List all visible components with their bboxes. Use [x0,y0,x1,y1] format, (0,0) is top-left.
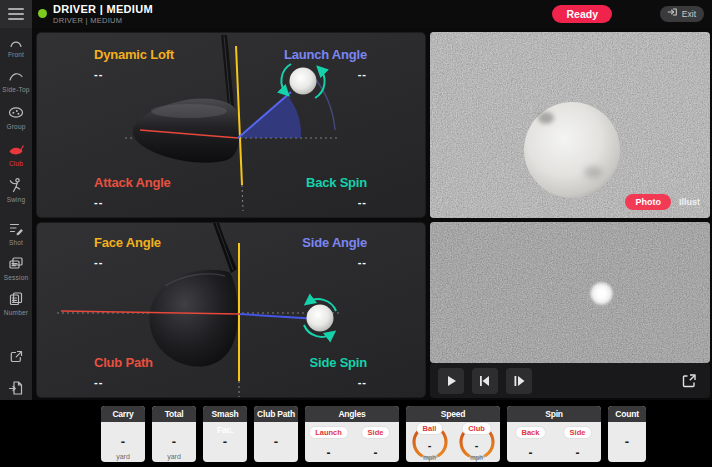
sidebar-item-number[interactable]: Number [0,290,32,316]
metric-back-spin: Back Spin -- [207,175,367,208]
sidebar-item-group[interactable]: Group [0,104,32,130]
session-icon [7,255,25,272]
launch-monitor-app: DRIVER | MEDIUM DRIVER | MEDIUM Ready Ex… [0,0,712,467]
front-view-icon [7,33,25,49]
stat-card-speed: Speed Ball - mph [406,406,500,462]
sidebar-item-side-top[interactable]: Side-Top [0,68,32,93]
metric-side-spin: Side Spin -- [207,355,367,388]
stat-card-count: Count - [608,406,646,462]
stat-header: Carry [101,406,145,422]
group-icon [7,104,25,121]
stat-card-smash-factor: Smash Fac. - [203,406,247,462]
stat-card-angles: Angles Launch - Side - [305,406,399,462]
play-icon [442,372,460,390]
golf-ball-flight [590,282,613,305]
import-icon [7,379,25,397]
metric-value: -- [207,68,367,80]
step-forward-button[interactable] [506,368,532,394]
play-button[interactable] [438,368,464,394]
status-dot [38,9,47,18]
number-icon [7,290,25,307]
sidebar-item-shot[interactable]: Shot [0,220,32,246]
sidebar-share-button[interactable] [0,348,32,365]
photo-toggle-button[interactable]: Photo [625,194,671,210]
stat-card-spin: Spin Back - Side - [507,406,601,462]
camera-view-flight [430,222,710,363]
stat-gauge-club-speed: Club - mph [453,422,500,462]
camera-noise [430,222,710,363]
stats-bar: Carry - yard Total - yard Smash Fac. - [0,400,712,467]
metric-value: -- [207,256,367,268]
stat-header: Club Path [254,406,298,422]
club-top-view-panel: Face Angle -- Side Angle -- Club Path --… [36,222,426,398]
exit-label: Exit [682,6,696,22]
stat-value: - [554,446,601,460]
stat-value: - [305,446,352,460]
stat-value: - [453,439,500,451]
sidebar-item-club[interactable]: Club [0,141,32,167]
stat-sub-side: Side - [352,422,399,462]
stat-header: Smash Fac. [203,406,247,422]
sidebar-item-swing[interactable]: Swing [0,177,32,203]
stat-value: - [254,434,298,449]
step-forward-icon [510,372,528,390]
stat-sub-launch: Launch - [305,422,352,462]
stat-sub-label: Back [515,426,547,439]
stat-value: - [608,434,646,449]
page-title: DRIVER | MEDIUM [53,3,153,15]
stat-gauge-ball-speed: Ball - mph [406,422,453,462]
stat-unit: yard [152,453,196,460]
stat-value: - [101,434,145,449]
stat-value: - [203,434,247,449]
stat-unit: mph [453,454,500,461]
club-side-view-panel: Dynamic Loft -- Launch Angle -- Attack A… [36,32,426,218]
stat-sub-label: Launch [308,426,349,439]
stat-header: Angles [305,406,399,422]
stat-card-carry: Carry - yard [101,406,145,462]
stat-sub-label: Ball [416,422,444,435]
stat-value: - [152,434,196,449]
stat-unit: mph [406,454,453,461]
exit-button[interactable]: Exit [660,6,704,22]
metric-side-angle: Side Angle -- [207,235,367,268]
playback-controls [430,363,710,398]
stat-sub-label: Club [461,422,492,435]
stat-sub-label: Side [361,426,391,439]
stat-header: Spin [507,406,601,422]
stat-card-total: Total - yard [152,406,196,462]
metric-value: -- [207,376,367,388]
sidebar-item-session[interactable]: Session [0,255,32,281]
exit-icon [666,6,678,23]
club-icon [7,141,25,158]
stat-cards: Carry - yard Total - yard Smash Fac. - [101,406,646,462]
page-subtitle: DRIVER | MEDIUM [53,16,122,25]
stat-unit: yard [101,453,145,460]
stat-header: Speed [406,406,500,422]
camera-view-ball: Photo Illust [430,32,710,218]
stat-value: - [406,439,453,451]
photo-illust-toggle: Photo Illust [625,194,700,210]
sidebar-item-front[interactable]: Front [0,33,32,58]
step-back-icon [476,372,494,390]
stat-card-club-path: Club Path - [254,406,298,462]
swing-icon [7,177,25,194]
golf-ball-photo [524,102,620,198]
fullscreen-button[interactable] [676,368,702,394]
stat-header: Total [152,406,196,422]
step-back-button[interactable] [472,368,498,394]
metric-value: -- [207,196,367,208]
stat-header: Count [608,406,646,422]
illust-toggle-button[interactable]: Illust [679,197,700,207]
stat-sub-side: Side - [554,422,601,462]
top-bar: DRIVER | MEDIUM DRIVER | MEDIUM Ready Ex… [0,0,712,28]
metric-launch-angle: Launch Angle -- [207,47,367,80]
sidebar-import-button[interactable] [0,379,32,397]
fullscreen-icon [679,371,699,391]
stat-value: - [507,446,554,460]
menu-icon[interactable] [0,0,32,28]
stat-sub-label: Side [563,426,593,439]
ready-button[interactable]: Ready [552,5,612,23]
shot-icon [7,220,25,237]
share-icon [7,348,25,365]
stat-value: - [352,446,399,460]
